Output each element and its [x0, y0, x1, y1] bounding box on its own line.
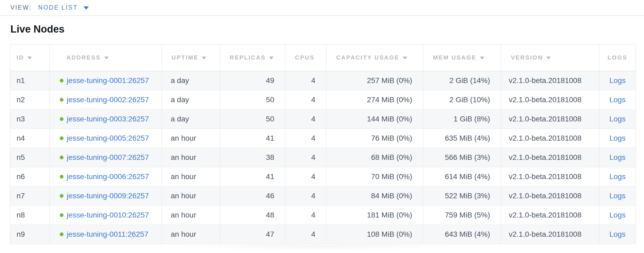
node-cpus-cell: 4: [285, 148, 326, 167]
node-version-cell: v2.1.0-beta.20181008: [501, 225, 599, 244]
node-logs-cell: Logs: [599, 71, 636, 90]
node-cpus-cell: 4: [285, 186, 326, 205]
node-logs-link[interactable]: Logs: [609, 211, 626, 219]
node-version-cell: v2.1.0-beta.20181008: [501, 71, 599, 90]
node-address-cell: jesse-tuning-0002:26257: [50, 90, 162, 109]
node-id-cell: n7: [10, 186, 50, 205]
node-address-link[interactable]: jesse-tuning-0005:26257: [67, 134, 149, 142]
view-toolbar: VIEW: NODE LIST: [0, 0, 644, 16]
node-live-status-icon: [60, 117, 63, 121]
sort-desc-icon: [202, 57, 206, 60]
node-address-link[interactable]: jesse-tuning-0003:26257: [67, 115, 149, 123]
column-header-label: ADDRESS: [66, 54, 101, 61]
node-logs-link[interactable]: Logs: [609, 172, 626, 181]
column-header-replicas[interactable]: REPLICAS: [220, 44, 285, 71]
node-logs-cell: Logs: [599, 225, 636, 244]
node-logs-cell: Logs: [599, 205, 636, 225]
view-label: VIEW:: [10, 4, 32, 11]
node-logs-cell: Logs: [599, 129, 636, 148]
node-replicas-cell: 46: [220, 186, 285, 205]
node-logs-link[interactable]: Logs: [609, 134, 626, 142]
node-id-cell: n4: [10, 129, 50, 148]
sort-desc-icon: [480, 57, 484, 60]
node-live-status-icon: [60, 79, 63, 82]
node-capacity-cell: 181 MiB (0%): [326, 205, 423, 225]
node-logs-link[interactable]: Logs: [609, 230, 626, 238]
node-live-status-icon: [60, 232, 63, 236]
node-logs-cell: Logs: [599, 109, 636, 129]
node-mem-cell: 1 GiB (8%): [423, 109, 501, 129]
node-uptime-cell: a day: [162, 109, 220, 129]
node-address-cell: jesse-tuning-0005:26257: [50, 129, 162, 148]
node-id-cell: n8: [10, 205, 50, 225]
node-uptime-cell: a day: [162, 90, 220, 109]
column-header-label: MEM USAGE: [433, 54, 476, 61]
node-capacity-cell: 68 MiB (0%): [326, 148, 423, 167]
node-logs-cell: Logs: [599, 186, 636, 205]
node-version-cell: v2.1.0-beta.20181008: [501, 90, 599, 109]
column-header-label: REPLICAS: [230, 54, 266, 61]
node-capacity-cell: 70 MiB (0%): [326, 167, 423, 186]
sort-desc-icon: [104, 57, 109, 60]
column-header-id[interactable]: ID: [10, 44, 50, 71]
column-header-version[interactable]: VERSION: [501, 44, 599, 71]
column-header-label: LOGS: [607, 54, 627, 61]
node-address-link[interactable]: jesse-tuning-0001:26257: [67, 76, 149, 85]
node-logs-link[interactable]: Logs: [609, 153, 626, 161]
column-header-label: CAPACITY USAGE: [336, 54, 399, 61]
node-version-cell: v2.1.0-beta.20181008: [501, 148, 599, 167]
node-uptime-cell: a day: [162, 71, 220, 90]
node-capacity-cell: 257 MiB (0%): [326, 71, 423, 90]
node-address-link[interactable]: jesse-tuning-0011:26257: [67, 230, 148, 238]
column-header-address[interactable]: ADDRESS: [50, 44, 162, 71]
sort-desc-icon: [546, 57, 551, 60]
node-id-cell: n5: [10, 148, 50, 167]
node-address-cell: jesse-tuning-0009:26257: [50, 186, 162, 205]
column-header-mem[interactable]: MEM USAGE: [423, 44, 501, 71]
node-id-cell: n1: [10, 71, 50, 90]
node-replicas-cell: 50: [220, 90, 285, 109]
node-address-link[interactable]: jesse-tuning-0006:26257: [67, 172, 149, 181]
node-uptime-cell: an hour: [162, 205, 220, 225]
view-selected-value: NODE LIST: [38, 4, 78, 11]
node-logs-link[interactable]: Logs: [609, 192, 626, 200]
node-address-link[interactable]: jesse-tuning-0009:26257: [67, 192, 149, 200]
node-logs-link[interactable]: Logs: [609, 115, 626, 123]
node-cpus-cell: 4: [285, 71, 326, 90]
node-uptime-cell: an hour: [162, 225, 220, 244]
column-header-uptime[interactable]: UPTIME: [162, 44, 220, 71]
node-replicas-cell: 48: [220, 205, 285, 225]
view-selector-dropdown[interactable]: NODE LIST: [38, 4, 89, 11]
node-mem-cell: 2 GiB (14%): [423, 71, 501, 90]
node-live-status-icon: [60, 175, 63, 179]
node-live-status-icon: [60, 194, 63, 198]
table-row: n8jesse-tuning-0010:26257an hour484181 M…: [10, 205, 636, 225]
node-logs-link[interactable]: Logs: [609, 76, 626, 85]
node-version-cell: v2.1.0-beta.20181008: [501, 109, 599, 129]
node-mem-cell: 635 MiB (4%): [423, 129, 501, 148]
node-id-cell: n9: [10, 225, 50, 244]
node-id-cell: n2: [10, 90, 50, 109]
node-capacity-cell: 144 MiB (0%): [326, 109, 423, 129]
table-row: n2jesse-tuning-0002:26257a day504274 MiB…: [10, 90, 636, 109]
node-cpus-cell: 4: [285, 90, 326, 109]
node-replicas-cell: 41: [220, 167, 285, 186]
node-live-status-icon: [60, 213, 63, 217]
column-header-capacity[interactable]: CAPACITY USAGE: [326, 44, 423, 71]
column-header-label: CPUS: [295, 54, 315, 61]
node-address-link[interactable]: jesse-tuning-0002:26257: [67, 96, 149, 104]
node-uptime-cell: an hour: [162, 167, 220, 186]
node-address-link[interactable]: jesse-tuning-0007:26257: [67, 153, 149, 161]
node-mem-cell: 2 GiB (10%): [423, 90, 501, 109]
node-cpus-cell: 4: [285, 205, 326, 225]
node-mem-cell: 643 MiB (4%): [423, 225, 501, 244]
node-address-cell: jesse-tuning-0001:26257: [50, 71, 162, 90]
node-uptime-cell: an hour: [162, 129, 220, 148]
sort-desc-icon: [269, 57, 273, 60]
node-capacity-cell: 274 MiB (0%): [326, 90, 423, 109]
node-logs-link[interactable]: Logs: [609, 96, 626, 104]
table-header-row: IDADDRESSUPTIMEREPLICASCPUSCAPACITY USAG…: [10, 44, 636, 71]
sort-desc-icon: [27, 57, 32, 60]
node-cpus-cell: 4: [285, 225, 326, 244]
node-address-link[interactable]: jesse-tuning-0010:26257: [67, 211, 149, 219]
